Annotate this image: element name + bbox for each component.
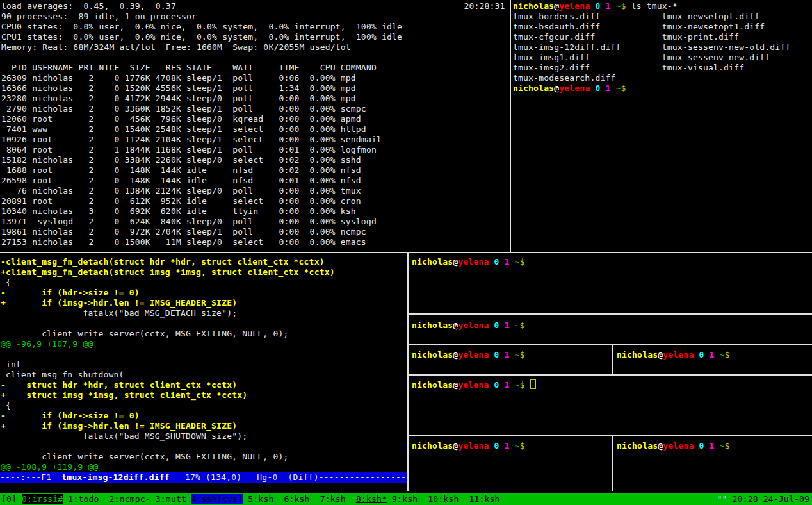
- shell-prompt: nicholas@yelena 0 1 ~$: [412, 257, 530, 267]
- prompt-segment: $: [520, 257, 525, 267]
- status-window-item[interactable]: 1:todo 2:ncmpc- 3:mutt: [63, 494, 191, 504]
- status-left: [0] 0:irssi# 1:todo 2:ncmpc- 3:mutt 4:ss…: [1, 493, 500, 505]
- ls-output-line: tmux-imsg1.diff tmux-sessenv-new.diff: [513, 53, 812, 63]
- prompt-segment: $: [725, 350, 730, 360]
- prompt-segment: ~: [616, 1, 621, 11]
- top-output-line: [1, 53, 511, 63]
- shell-prompt-line: nicholas@yelena 0 1 ~$: [513, 83, 812, 94]
- emacs-modeline: ----:---F1 tmux-imsg-12diff.diff 17% (13…: [0, 472, 407, 483]
- prompt-segment: [499, 320, 504, 330]
- prompt-segment: nicholas: [412, 320, 453, 330]
- pane-shell-a[interactable]: nicholas@yelena 0 1 ~$: [409, 253, 812, 317]
- prompt-segment: [499, 257, 504, 267]
- prompt-segment: [704, 441, 709, 451]
- prompt-segment: ~: [515, 350, 520, 360]
- top-output-line: 16366 nicholas 2 0 1520K 4556K sleep/1 p…: [1, 83, 511, 94]
- emacs-buffer-line: - struct hdr *hdr, struct client_ctx *cc…: [1, 380, 408, 390]
- status-right: "" 20:28 24-Jul-09: [717, 493, 810, 505]
- prompt-segment: [525, 380, 530, 390]
- status-window-item[interactable]: 0:irssi#: [22, 494, 63, 504]
- ls-output-line: tmux-modesearch.diff: [513, 73, 812, 83]
- top-output-line: 19861 nicholas 2 0 972K 2704K sleep/1 po…: [1, 227, 511, 237]
- prompt-segment: yelena: [559, 1, 590, 11]
- status-window-item[interactable]: [0]: [1, 494, 22, 504]
- prompt-segment: [525, 257, 530, 267]
- pane-border-vertical-top[interactable]: [510, 0, 511, 252]
- pane-emacs-diff[interactable]: -client_msg_fn_detach(struct hdr *hdr, s…: [0, 253, 408, 497]
- status-window-item[interactable]: 8:ksh*: [356, 494, 387, 504]
- emacs-buffer-line: + struct imsg *imsg, struct client_ctx *…: [1, 390, 408, 401]
- prompt-segment: yelena: [458, 320, 489, 330]
- shell-prompt-line: nicholas@yelena 0 1 ~$: [412, 320, 812, 331]
- prompt-segment: [499, 350, 504, 360]
- top-output-line: CPU0 states: 0.0% user, 0.0% nice, 0.0% …: [1, 22, 511, 32]
- prompt-segment: [600, 1, 605, 11]
- prompt-segment: [510, 320, 515, 330]
- prompt-segment: $: [520, 320, 525, 330]
- top-output-line: 8064 root 2 1 1844K 1168K sleep/1 poll 0…: [1, 145, 511, 155]
- top-output-line: 26309 nicholas 2 0 1776K 4708K sleep/1 p…: [1, 73, 511, 83]
- prompt-segment: nicholas: [513, 83, 554, 93]
- prompt-segment: ~: [515, 257, 520, 267]
- prompt-segment: 1: [606, 1, 611, 11]
- terminal-cursor: [530, 379, 536, 389]
- prompt-segment: $: [725, 441, 730, 451]
- prompt-segment: nicholas: [412, 441, 453, 451]
- prompt-segment: [715, 441, 720, 451]
- top-output-line: CPU1 states: 0.0% user, 0.0% nice, 0.0% …: [1, 32, 511, 42]
- top-output-line: 90 processes: 89 idle, 1 on processor: [1, 12, 511, 22]
- emacs-buffer: -client_msg_fn_detach(struct hdr *hdr, s…: [1, 257, 408, 472]
- prompt-segment: $: [621, 1, 626, 11]
- prompt-segment: [611, 1, 616, 11]
- top-output-line: Memory: Real: 68M/324M act/tot Free: 166…: [1, 42, 511, 53]
- prompt-segment: $: [520, 441, 525, 451]
- pane-shell-d-active[interactable]: nicholas@yelena 0 1 ~$: [409, 376, 812, 439]
- emacs-buffer-line: client_write_server(cctx, MSG_EXITING, N…: [1, 329, 408, 339]
- shell-prompt-line: nicholas@yelena 0 1 ~$: [412, 379, 812, 390]
- top-output-line: 26598 root 2 0 148K 144K idle nfsd 0:01 …: [1, 176, 511, 186]
- tmux-session-screen: load averages: 0.45, 0.39, 0.37 20:28:31…: [0, 0, 812, 505]
- emacs-buffer-line: @@ -108,9 +119,9 @@: [1, 462, 408, 472]
- pane-shell-ls[interactable]: nicholas@yelena 0 1 ~$ ls tmux-* tmux-bo…: [512, 0, 812, 253]
- prompt-segment: ~: [515, 320, 520, 330]
- shell-prompt: nicholas@yelena 0 1 ~$: [513, 1, 631, 11]
- status-window-item[interactable]: 9:ksh 10:ksh 11:ksh: [387, 494, 500, 504]
- prompt-segment: 1: [505, 380, 510, 390]
- emacs-buffer-line: [1, 319, 408, 329]
- ls-output-line: tmux-bsdauth.diff tmux-newsetopt1.diff: [513, 22, 812, 32]
- shell-prompt-line: nicholas@yelena 0 1 ~$: [617, 350, 812, 360]
- prompt-segment: 1: [505, 320, 510, 330]
- prompt-segment: [525, 320, 530, 330]
- prompt-segment: 1: [505, 350, 510, 360]
- prompt-segment: nicholas: [617, 441, 658, 451]
- prompt-segment: [715, 350, 720, 360]
- prompt-segment: $: [621, 83, 626, 93]
- pane-shell-e1[interactable]: nicholas@yelena 0 1 ~$: [409, 436, 615, 495]
- top-output-line: 1688 root 2 0 148K 144K idle nfsd 0:02 0…: [1, 165, 511, 176]
- prompt-segment: nicholas: [412, 257, 453, 267]
- emacs-buffer-line: fatalx("bad MSG_DETACH size");: [1, 308, 408, 319]
- emacs-buffer-line: [1, 442, 408, 452]
- emacs-buffer-line: fatalx("bad MSG_SHUTDOWN size");: [1, 431, 408, 442]
- prompt-segment: [510, 380, 515, 390]
- status-window-item[interactable]: 4:ssh[cvs]: [191, 494, 243, 504]
- prompt-segment: 1: [505, 257, 510, 267]
- status-window-item[interactable]: 5:ksh 6:ksh 7:ksh: [243, 494, 356, 504]
- emacs-buffer-line: @@ -96,9 +107,9 @@: [1, 339, 408, 349]
- top-output-line: 23280 nicholas 2 0 4172K 2944K sleep/0 p…: [1, 94, 511, 104]
- prompt-segment: 1: [606, 83, 611, 93]
- pane-top-process-monitor[interactable]: load averages: 0.45, 0.39, 0.37 20:28:31…: [0, 0, 511, 253]
- prompt-segment: nicholas: [617, 350, 658, 360]
- prompt-segment: 1: [505, 441, 510, 451]
- prompt-segment: [525, 441, 530, 451]
- modeline-segment: 17% (134,0) Hg-0 (Diff)-----------------: [170, 472, 406, 482]
- top-output-line: 13971 _syslogd 2 0 624K 840K sleep/0 pol…: [1, 217, 511, 227]
- prompt-segment: [730, 441, 735, 451]
- prompt-segment: ~: [515, 441, 520, 451]
- pane-shell-e2[interactable]: nicholas@yelena 0 1 ~$: [613, 436, 812, 495]
- prompt-segment: yelena: [559, 83, 590, 93]
- modeline-segment: ----:---F1: [0, 472, 61, 482]
- top-output-line: 12060 root 2 0 456K 796K sleep/0 kqread …: [1, 114, 511, 124]
- shell-prompt: nicholas@yelena 0 1 ~$: [617, 350, 735, 360]
- top-output-line: 10926 root 2 0 1124K 2104K sleep/1 selec…: [1, 135, 511, 145]
